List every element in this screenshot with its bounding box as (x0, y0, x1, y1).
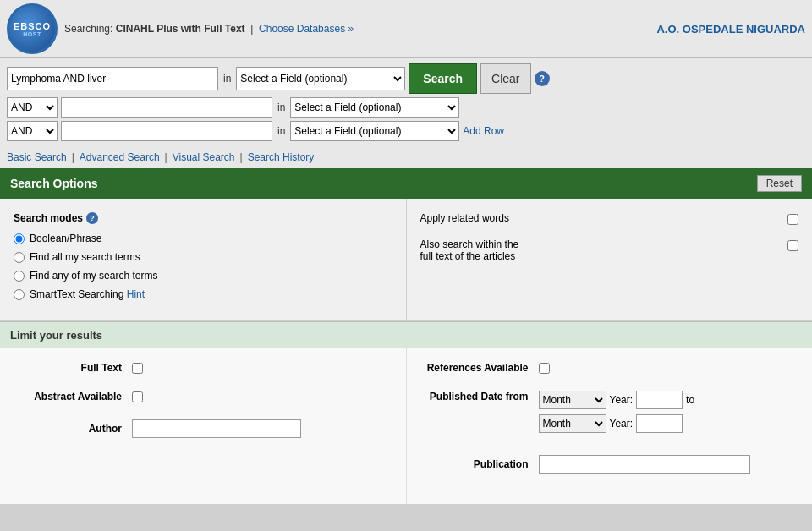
ebsco-logo: EBSCO HOST (7, 3, 58, 54)
month-to-select[interactable]: Month January February March April May J… (539, 414, 606, 433)
third-search-row: AND OR NOT in Select a Field (optional) … (7, 121, 805, 141)
author-input[interactable] (132, 419, 301, 438)
help-icon-search[interactable]: ? (535, 71, 550, 86)
in-label-1: in (222, 73, 233, 85)
year-from-label: Year: (610, 394, 634, 406)
radio-boolean-input[interactable] (14, 233, 25, 244)
year-to-label: Year: (610, 418, 634, 430)
tab-visual-search[interactable]: Visual Search (173, 151, 235, 163)
main-search-row: in Select a Field (optional) Search Clea… (7, 63, 805, 94)
references-available-checkbox[interactable] (539, 363, 550, 374)
search-modes-help-icon[interactable]: ? (86, 212, 98, 224)
search-modes-text: Search modes (14, 212, 83, 224)
tab-basic-search[interactable]: Basic Search (7, 151, 67, 163)
search-modes-panel: Search modes ? Boolean/Phrase Find all m… (0, 199, 407, 320)
publication-input[interactable] (539, 455, 750, 474)
apply-related-words-label: Apply related words (420, 212, 782, 224)
page-header: EBSCO HOST Searching: CINAHL Plus with F… (0, 0, 812, 58)
date-from-row: Month January February March April May J… (539, 391, 695, 409)
publication-row: Publication (420, 455, 799, 474)
third-search-input[interactable] (61, 121, 272, 141)
bool-select-1[interactable]: AND OR NOT (7, 97, 58, 118)
search-options-content: Search modes ? Boolean/Phrase Find all m… (0, 199, 812, 321)
main-search-input[interactable] (7, 67, 218, 90)
radio-find-any-input[interactable] (14, 271, 25, 282)
nav-sep-2: | (160, 151, 173, 163)
year-from-input[interactable] (636, 391, 683, 409)
apply-panel: Apply related words Also search within t… (407, 199, 813, 320)
abstract-available-checkbox[interactable] (132, 391, 143, 402)
logo-top-text: EBSCO (14, 21, 51, 31)
second-search-input[interactable] (61, 97, 272, 118)
full-text-checkbox[interactable] (132, 363, 143, 374)
hint-link[interactable]: Hint (127, 288, 145, 300)
published-date-label: Published Date from (420, 391, 539, 402)
author-label: Author (14, 423, 132, 435)
radio-smarttext: SmartText Searching Hint (14, 288, 392, 300)
radio-find-any: Find any of my search terms (14, 270, 392, 282)
radio-find-all-input[interactable] (14, 252, 25, 263)
to-label: to (686, 394, 694, 406)
institution-name: A.O. OSPEDALE NIGUARDA (656, 23, 805, 36)
limit-left-panel: Full Text Abstract Available Author (0, 348, 407, 504)
year-to-input[interactable] (636, 414, 683, 433)
apply-related-words-row: Apply related words (420, 212, 799, 225)
radio-smarttext-input[interactable] (14, 289, 25, 300)
clear-button[interactable]: Clear (480, 63, 530, 94)
search-modes-label: Search modes ? (14, 212, 392, 224)
radio-boolean-label: Boolean/Phrase (30, 233, 102, 244)
abstract-available-label: Abstract Available (14, 391, 132, 402)
author-row: Author (14, 419, 392, 438)
search-button[interactable]: Search (409, 63, 477, 94)
tab-advanced-search[interactable]: Advanced Search (80, 151, 160, 163)
field-select-2[interactable]: Select a Field (optional) (290, 97, 459, 118)
also-search-full-text-row: Also search within thefull text of the a… (420, 238, 799, 262)
references-available-label: References Available (420, 362, 539, 374)
limit-results-content: Full Text Abstract Available Author Refe… (0, 348, 812, 504)
full-text-row: Full Text (14, 362, 392, 374)
database-name: CINAHL Plus with Full Text (116, 23, 245, 35)
logo-bottom-text: HOST (23, 31, 41, 37)
searching-prefix: Searching: (64, 23, 112, 35)
apply-related-words-checkbox[interactable] (787, 214, 798, 225)
references-available-row: References Available (420, 362, 799, 374)
limit-results-title: Limit your results (10, 329, 102, 342)
in-label-3: in (276, 125, 287, 137)
header-left: EBSCO HOST Searching: CINAHL Plus with F… (7, 3, 354, 54)
tab-search-history[interactable]: Search History (248, 151, 315, 163)
field-select-3[interactable]: Select a Field (optional) (290, 121, 459, 141)
choose-databases-link[interactable]: Choose Databases » (259, 23, 354, 35)
search-options-title: Search Options (10, 177, 97, 190)
radio-smarttext-label: SmartText Searching Hint (30, 288, 145, 300)
published-date-row: Published Date from Month January Februa… (420, 391, 799, 438)
month-from-select[interactable]: Month January February March April May J… (539, 391, 606, 409)
radio-find-any-label: Find any of my search terms (30, 270, 157, 282)
reset-button[interactable]: Reset (757, 175, 802, 192)
limit-right-panel: References Available Published Date from… (407, 348, 813, 504)
also-search-full-text-label: Also search within thefull text of the a… (420, 238, 782, 262)
nav-tabs: Basic Search | Advanced Search | Visual … (0, 148, 812, 168)
radio-find-all-label: Find all my search terms (30, 251, 140, 263)
field-select-1[interactable]: Select a Field (optional) (236, 67, 405, 90)
bool-select-2[interactable]: AND OR NOT (7, 121, 58, 141)
abstract-available-row: Abstract Available (14, 391, 392, 402)
full-text-label: Full Text (14, 362, 132, 374)
radio-find-all: Find all my search terms (14, 251, 392, 263)
second-search-row: AND OR NOT in Select a Field (optional) (7, 97, 805, 118)
date-to-row: Month January February March April May J… (539, 414, 695, 433)
search-form-area: in Select a Field (optional) Search Clea… (0, 58, 812, 148)
in-label-2: in (276, 101, 287, 113)
search-options-header: Search Options Reset (0, 168, 812, 199)
also-search-full-text-checkbox[interactable] (787, 240, 798, 251)
limit-results-header: Limit your results (0, 321, 812, 348)
nav-sep-3: | (235, 151, 248, 163)
nav-sep-1: | (67, 151, 80, 163)
radio-boolean: Boolean/Phrase (14, 233, 392, 244)
searching-info: Searching: CINAHL Plus with Full Text | … (64, 23, 354, 35)
publication-label: Publication (420, 458, 539, 470)
add-row-link[interactable]: Add Row (463, 125, 504, 137)
